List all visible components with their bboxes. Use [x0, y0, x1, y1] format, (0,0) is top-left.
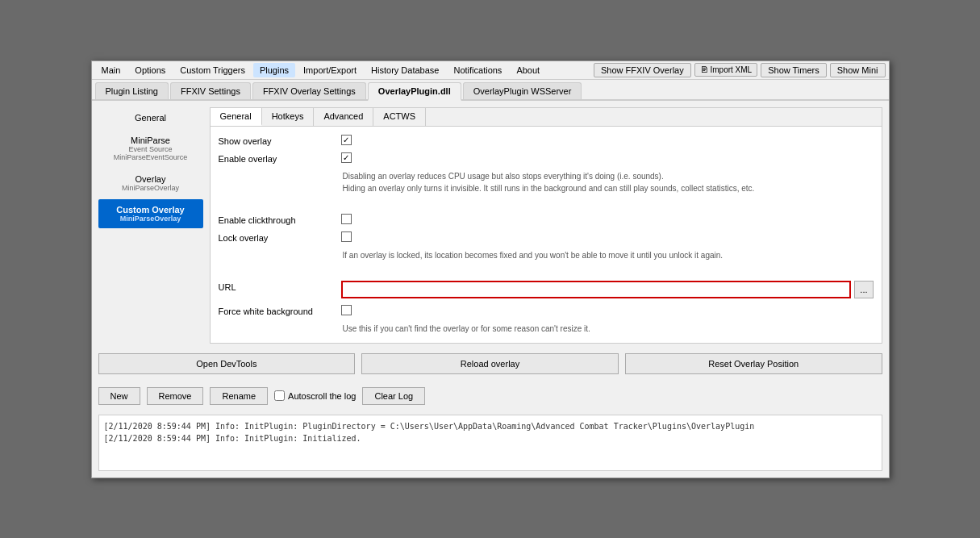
menu-options[interactable]: Options [128, 63, 172, 77]
show-overlay-label: Show overlay [219, 135, 332, 146]
enable-clickthrough-control [341, 214, 352, 224]
url-input[interactable] [341, 281, 852, 298]
panel-content: Show overlay Enable overlay [211, 127, 882, 343]
action-buttons: Open DevTools Reload overlay Reset Overl… [98, 350, 882, 377]
menu-custom-triggers[interactable]: Custom Triggers [173, 63, 252, 77]
tab-hotkeys[interactable]: Hotkeys [262, 108, 315, 126]
sidebar-item-general[interactable]: General [98, 107, 203, 128]
show-ffxiv-overlay-button[interactable]: Show FFXIV Overlay [594, 63, 691, 77]
lock-overlay-label: Lock overlay [219, 231, 332, 243]
remove-button[interactable]: Remove [147, 387, 204, 405]
menu-history-database[interactable]: History Database [365, 63, 445, 77]
open-devtools-button[interactable]: Open DevTools [98, 353, 356, 374]
log-area: [2/11/2020 8:59:44 PM] Info: InitPlugin:… [98, 415, 882, 471]
menu-notifications[interactable]: Notifications [447, 63, 508, 77]
autoscroll-checkbox[interactable] [274, 390, 285, 401]
force-white-bg-checkbox[interactable] [341, 305, 352, 315]
log-line-2: [2/11/2020 8:59:44 PM] Info: InitPlugin:… [104, 432, 877, 444]
show-overlay-control [341, 135, 352, 145]
show-overlay-checkbox[interactable] [341, 135, 352, 145]
lock-info-text: If an overlay is locked, its location be… [343, 249, 786, 261]
menu-items-left: Main Options Custom Triggers Plugins Imp… [95, 63, 594, 77]
enable-clickthrough-label: Enable clickthrough [219, 214, 332, 225]
enable-clickthrough-row: Enable clickthrough [219, 214, 874, 225]
lock-overlay-checkbox[interactable] [341, 231, 352, 242]
lock-overlay-row: Lock overlay [219, 231, 874, 243]
tab-advanced[interactable]: Advanced [314, 108, 373, 126]
enable-overlay-label: Enable overlay [219, 152, 332, 164]
import-icon: 🖹 [700, 65, 708, 74]
lock-overlay-control [341, 231, 352, 242]
reset-overlay-position-button[interactable]: Reset Overlay Position [625, 353, 882, 374]
menubar: Main Options Custom Triggers Plugins Imp… [92, 61, 889, 80]
clear-log-button[interactable]: Clear Log [362, 387, 425, 405]
autoscroll-label[interactable]: Autoscroll the log [274, 390, 356, 401]
sidebar-item-custom-overlay[interactable]: Custom Overlay MiniParseOverlay [98, 199, 203, 228]
tab-ffxiv-settings[interactable]: FFXIV Settings [170, 82, 251, 99]
sidebar: General MiniParse Event Source MiniParse… [98, 107, 203, 344]
main-panel: General MiniParse Event Source MiniParse… [98, 107, 882, 344]
right-panel: General Hotkeys Advanced ACTWS Show over… [210, 107, 882, 344]
enable-overlay-row: Enable overlay [219, 152, 874, 164]
url-input-row: ... [341, 281, 874, 298]
import-xml-button[interactable]: 🖹 Import XML [694, 63, 757, 77]
menu-about[interactable]: About [510, 63, 546, 77]
force-white-bg-row: Force white background [219, 305, 874, 316]
show-timers-button[interactable]: Show Timers [761, 63, 827, 77]
sidebar-item-miniparse[interactable]: MiniParse Event Source MiniParseEventSou… [98, 130, 203, 167]
tab-general[interactable]: General [211, 108, 262, 126]
tab-ffxiv-overlay-settings[interactable]: FFXIV Overlay Settings [252, 82, 366, 99]
menu-main[interactable]: Main [95, 63, 127, 77]
url-row: URL ... [219, 281, 874, 298]
content-area: General MiniParse Event Source MiniParse… [92, 101, 889, 478]
overlay-info-text: Disabling an overlay reduces CPU usage b… [343, 170, 786, 194]
force-white-bg-label: Force white background [219, 305, 332, 316]
main-window: Main Options Custom Triggers Plugins Imp… [91, 60, 890, 478]
reload-overlay-button[interactable]: Reload overlay [361, 353, 619, 374]
plugin-tabbar: Plugin Listing FFXIV Settings FFXIV Over… [92, 80, 889, 101]
tab-overlay-plugin-wsserver[interactable]: OverlayPlugin WSServer [463, 82, 582, 99]
menu-import-export[interactable]: Import/Export [297, 63, 363, 77]
bottom-controls: New Remove Rename Autoscroll the log Cle… [98, 384, 882, 408]
enable-clickthrough-checkbox[interactable] [341, 214, 352, 224]
enable-overlay-control [341, 152, 352, 163]
force-white-bg-control [341, 305, 352, 315]
tab-plugin-listing[interactable]: Plugin Listing [95, 82, 169, 99]
new-button[interactable]: New [98, 387, 140, 405]
menu-plugins[interactable]: Plugins [253, 63, 295, 77]
url-browse-button[interactable]: ... [854, 281, 873, 298]
show-mini-button[interactable]: Show Mini [830, 63, 886, 77]
rename-button[interactable]: Rename [210, 387, 268, 405]
menu-items-right: Show FFXIV Overlay 🖹 Import XML Show Tim… [594, 63, 886, 77]
enable-overlay-checkbox[interactable] [341, 152, 352, 163]
show-overlay-row: Show overlay [219, 135, 874, 146]
sidebar-item-overlay[interactable]: Overlay MiniParseOverlay [98, 169, 203, 198]
right-panel-tabbar: General Hotkeys Advanced ACTWS [211, 108, 882, 127]
tab-overlay-plugin-dll[interactable]: OverlayPlugin.dll [368, 82, 461, 101]
log-line-1: [2/11/2020 8:59:44 PM] Info: InitPlugin:… [104, 420, 877, 432]
tab-actws[interactable]: ACTWS [373, 108, 426, 126]
url-label: URL [219, 281, 332, 292]
force-white-info-text: Use this if you can't find the overlay o… [343, 323, 786, 335]
